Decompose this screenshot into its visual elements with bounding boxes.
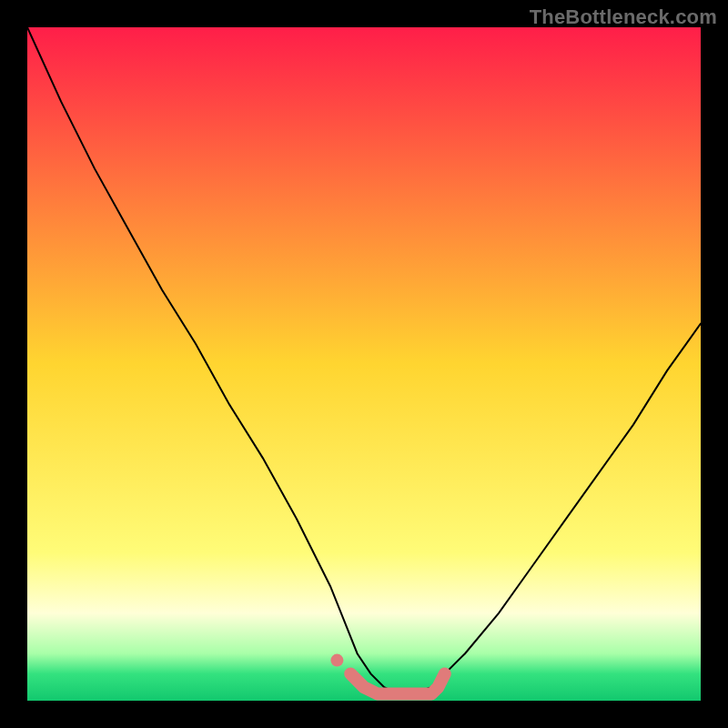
optimal-marker-dot [330,654,343,667]
chart-background [27,27,701,701]
watermark-text: TheBottleneck.com [530,5,717,29]
bottleneck-chart [27,27,701,701]
